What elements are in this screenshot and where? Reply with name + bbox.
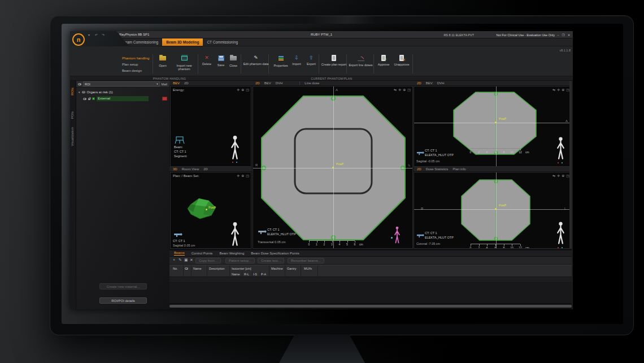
roi-group-row[interactable]: ▾ Organs at risk (1) (76, 89, 169, 95)
undo-icon[interactable]: ↶ (95, 33, 98, 37)
copy-beam-icon[interactable]: ▣ (184, 258, 188, 262)
pan-icon[interactable]: ✛ (557, 88, 560, 92)
import-button[interactable]: ⇩ Import (290, 54, 303, 66)
link-views-icon[interactable]: ⇆ (552, 174, 555, 178)
quick-save-icon[interactable]: ▾ (88, 33, 90, 37)
tab-dose-statistics[interactable]: Dose Statistics (426, 167, 449, 171)
tab-control-points[interactable]: Control Points (192, 252, 213, 255)
eye-icon[interactable] (82, 91, 85, 93)
open-button[interactable]: Open (155, 54, 171, 67)
patient-orientation-figure (556, 135, 565, 163)
tab-plan-info[interactable]: Plan info (452, 167, 465, 171)
edit-beam-icon[interactable]: ✎ (179, 258, 182, 262)
link-views-icon[interactable]: ⇆ (394, 88, 397, 92)
sidebar-tab-visualization[interactable]: Visualization (71, 127, 74, 146)
chevron-down-icon: ▾ (156, 83, 158, 85)
coronal-viewport[interactable]: PosP R L ⇆✛⊕◳ 0 2 4 6 8 10 12 cm CT: CT … (414, 172, 572, 249)
link-views-icon[interactable]: ⇆ (552, 88, 555, 92)
properties-button[interactable]: Properties (271, 54, 291, 67)
roi-item-row[interactable]: External (76, 96, 169, 102)
beams-table-body[interactable] (169, 277, 572, 303)
maximize-icon[interactable]: ◳ (246, 174, 249, 178)
tab-room-view[interactable]: Room View (182, 167, 199, 171)
maximize-icon[interactable]: ◳ (246, 88, 249, 92)
menu-beam-design[interactable]: Beam design (122, 68, 149, 74)
zoom-icon[interactable]: ⊕ (403, 88, 406, 92)
pan-icon[interactable]: ✛ (557, 174, 560, 178)
sidebar-tab-rois[interactable]: ROIs (71, 88, 74, 96)
tab-bev[interactable]: BEV (173, 81, 180, 85)
pan-icon[interactable]: ✛ (237, 174, 240, 178)
delete-beam-icon[interactable]: ✕ (190, 258, 193, 262)
tab-2d[interactable]: 2D (417, 81, 421, 85)
app-title: RayPhysics 8B SP1 (119, 33, 149, 36)
eye-icon[interactable] (83, 98, 86, 100)
bev-viewport[interactable]: Energy: ✛⊕◳ Beam: CT: CT 1 Segment: (170, 86, 251, 167)
close-plan-button[interactable]: Close (226, 54, 241, 67)
vertical-scrollbar[interactable] (569, 81, 572, 249)
sagittal-viewport[interactable]: PosP A ⇆✛⊕◳ 0 2 4 6 8 10 12 cm CT: CT 1 … (414, 86, 572, 167)
pan-icon[interactable]: ✛ (398, 88, 401, 92)
import-new-phantom-button[interactable]: Import new phantom (172, 54, 197, 71)
open-folder-icon (159, 56, 166, 60)
approve-check-icon (381, 55, 386, 61)
renumber-beams-button[interactable]: Renumber beams... (288, 258, 324, 263)
tab-2d[interactable]: 2D (184, 81, 189, 85)
create-material-button[interactable]: Create new material... (99, 283, 147, 289)
tab-beam-3d-modeling[interactable]: Beam 3D Modeling (162, 38, 203, 46)
roi-poi-details-button[interactable]: ROI/POI details (99, 297, 147, 304)
close-button[interactable]: ✕ (567, 33, 571, 37)
zoom-icon[interactable]: ⊕ (241, 174, 244, 178)
tab-dvh[interactable]: DVH (276, 81, 283, 85)
room-viewport[interactable]: Plan: / Beam Set: ✛⊕◳ PosP CT: CT 1 Sagi… (170, 172, 251, 249)
horizontal-scrollbar[interactable] (169, 305, 572, 308)
monitor-screen: RayPhysics 8B SP1 RUBY PTW_1 RS 8.11 ELE… (62, 24, 623, 324)
tab-2d[interactable]: 2D (417, 167, 421, 171)
menu-plan-setup[interactable]: Plan setup (122, 62, 149, 68)
create-isocenter-button[interactable]: Create isoc... (258, 258, 284, 263)
tab-2d[interactable]: 2D (203, 167, 208, 171)
unapprove-button[interactable]: Unapprove (391, 54, 412, 66)
export-line-doses-button[interactable]: Export line doses (348, 54, 373, 67)
copy-from-button[interactable]: Copy from... (195, 258, 221, 263)
tab-bev[interactable]: BEV (426, 81, 433, 85)
tab-ct-commissioning[interactable]: CT Commissioning (203, 38, 242, 46)
roi-color-swatch (92, 97, 95, 100)
pan-icon[interactable]: ✛ (237, 88, 240, 92)
zoom-icon[interactable]: ⊕ (241, 88, 244, 92)
add-beam-icon[interactable]: + (173, 258, 175, 262)
zoom-icon[interactable]: ⊕ (562, 174, 564, 178)
edit-phantom-data-button[interactable]: ✎ Edit phantom data (243, 54, 269, 66)
delete-button[interactable]: ✕ Delete (199, 54, 214, 66)
collapse-arrow-icon[interactable]: ▾ (79, 90, 80, 94)
zoom-icon[interactable]: ⊕ (562, 88, 564, 92)
roi-filter-combo[interactable]: ROI ▾ (83, 81, 160, 87)
tab-3d[interactable]: 3D (173, 167, 177, 171)
poi-label: PosP (499, 204, 506, 207)
export-arrow-icon: ⇧ (307, 54, 316, 62)
approve-button[interactable]: Approve (375, 54, 392, 66)
redo-icon[interactable]: ↷ (102, 33, 105, 37)
tab-dvh[interactable]: DVH (437, 81, 445, 85)
monitor-stand (266, 334, 378, 363)
patient-setup-button[interactable]: Patient setup... (225, 258, 255, 263)
sidebar-tab-pois[interactable]: POIs (71, 111, 74, 119)
beams-table-header: No. Name Description Isocenter [cm] Name… (169, 265, 572, 277)
tab-2d[interactable]: 2D (255, 81, 260, 85)
beam-ct-label: CT: CT 1 (174, 150, 186, 153)
menu-phantom-handling[interactable]: Phantom handling (122, 55, 149, 62)
patient-orientation-figure (556, 220, 565, 248)
maximize-button[interactable]: ❐ (561, 33, 565, 37)
minimize-button[interactable]: – (556, 33, 560, 37)
eye-icon[interactable] (78, 83, 81, 85)
maximize-icon[interactable]: ◳ (407, 88, 411, 92)
transversal-viewport[interactable]: PosP A R L ⇆✛⊕◳ 0 1 2 3 4 5 6 cm CT: CT … (253, 86, 413, 249)
sagittal-tab-row: 2D BEV DVH (414, 81, 572, 86)
tab-beams[interactable]: Beams (174, 251, 185, 256)
create-plan-report-button[interactable]: Create plan report (321, 54, 347, 66)
tab-beam-dose-specification-points[interactable]: Beam Dose Specification Points (251, 252, 299, 255)
export-button[interactable]: ⇧ Export (304, 54, 319, 66)
tab-line-dose[interactable]: Line dose (299, 81, 319, 85)
tab-beam-weighting[interactable]: Beam Weighting (219, 252, 244, 255)
tab-bev[interactable]: BEV (264, 81, 271, 85)
